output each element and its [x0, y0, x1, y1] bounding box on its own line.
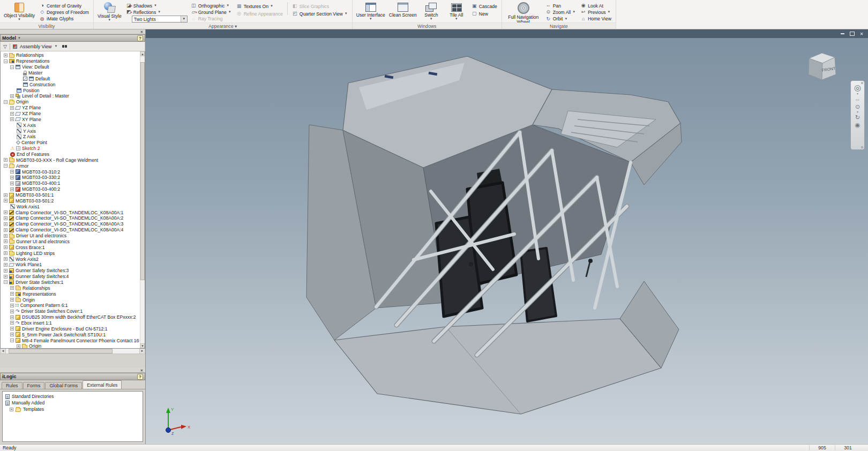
expand-icon[interactable]: +	[4, 54, 8, 57]
chevron-down-icon[interactable]: ▼	[226, 4, 229, 7]
tree-item-position[interactable]: Position	[1, 87, 139, 93]
tree-item-sketch-2[interactable]: ⚠Sketch 2	[1, 146, 139, 152]
tree-item-mgbt03-03-310-2[interactable]: +MGBT03-03-310:2	[1, 169, 139, 175]
home-view-button[interactable]: ⌂Home View	[579, 16, 613, 22]
chevron-down-icon[interactable]: ▼	[369, 18, 372, 20]
tree-item-center-point[interactable]: Center Point	[1, 140, 139, 146]
expand-icon[interactable]: +	[4, 269, 8, 273]
expand-icon[interactable]: +	[10, 112, 14, 116]
checkbox-checked-icon[interactable]: ✓	[23, 77, 27, 81]
scroll-up-icon[interactable]: ▲	[140, 51, 145, 56]
ilogic-item-standard-directories[interactable]: Standard Directories	[3, 393, 143, 400]
chevron-down-icon[interactable]: ▼	[108, 19, 111, 21]
minimize-icon[interactable]	[839, 31, 846, 37]
tree-item-mgbt03-03-501-2[interactable]: +MGBT03-03-501:2	[1, 198, 139, 204]
tree-item-clamp-connector-vi-so-tandemloc-k08a00a-4[interactable]: +Clamp Connector_VI-SO_TANDEMLOC_K08A00A…	[1, 227, 139, 233]
clean-screen-button[interactable]: Clean Screen	[388, 1, 418, 22]
cascade-button[interactable]: ▣Cascade	[470, 3, 499, 10]
expand-icon[interactable]: +	[4, 239, 8, 243]
tree-item-mgbt03-03-400-2[interactable]: +MGBT03-03-400:2	[1, 186, 139, 192]
tree-item-representations[interactable]: −Representations	[1, 58, 139, 64]
tree-item-yz-plane[interactable]: +YZ Plane	[1, 105, 139, 111]
tree-item-armor[interactable]: −Armor	[1, 163, 139, 169]
tree-item-z-axis[interactable]: Z Axis	[1, 134, 139, 140]
tree-item-end-of-features[interactable]: End of Features	[1, 152, 139, 157]
tree-horizontal-scrollbar[interactable]: ◄ ►	[0, 349, 145, 354]
tree-item-clamp-connector-vi-so-tandemloc-k08a00a-2[interactable]: +Clamp Connector_VI-SO_TANDEMLOC_K08A00A…	[1, 215, 139, 221]
cad-model-scene[interactable]: FRONT Y X Z	[146, 38, 868, 444]
tree-item-m8-4-female-panelmount-connector-phoenix-contact-1694376-1[interactable]: −M8-4 Female Panelmount Connector Phoeni…	[1, 337, 139, 343]
navbar-customize-icon[interactable]	[861, 146, 863, 148]
chevron-down-icon[interactable]: ▼	[455, 18, 458, 20]
tree-item-gunner-safety-switches-3[interactable]: +Gunner Safety Switches:3	[1, 268, 139, 274]
tree-item-clamp-connector-vi-so-tandemloc-k08a00a-3[interactable]: +Clamp Connector_VI-SO_TANDEMLOC_K08A00A…	[1, 221, 139, 227]
tree-item-representations[interactable]: +Representations	[1, 291, 139, 297]
close-icon[interactable]: ✕	[858, 31, 865, 37]
chevron-down-icon[interactable]: ▼	[572, 11, 575, 13]
tree-item-5-5mm-power-jack-switchcraft-st10u-1[interactable]: +5_5mm Power Jack Switchcraft ST10U:1	[1, 332, 139, 337]
look-at-button[interactable]: ◉Look At	[579, 3, 613, 9]
expand-icon[interactable]: +	[10, 333, 14, 336]
expand-icon[interactable]: +	[4, 228, 8, 232]
expand-icon[interactable]: +	[4, 257, 8, 261]
tree-item-y-axis[interactable]: Y Axis	[1, 128, 139, 134]
tree-item-lighting-led-strips[interactable]: +Lighting LED strips	[1, 250, 139, 256]
tree-item-x-axis[interactable]: X Axis	[1, 122, 139, 128]
tree-item-gunner-ui-and-electronics[interactable]: +Gunner UI and electronics	[1, 239, 139, 245]
expand-icon[interactable]: +	[10, 286, 14, 290]
restore-icon[interactable]	[848, 31, 856, 37]
tree-item-construction[interactable]: Construction	[1, 81, 139, 87]
model-panel-help-button[interactable]: ?	[137, 35, 143, 41]
chevron-down-icon[interactable]: ▼	[18, 37, 21, 40]
expand-icon[interactable]: +	[10, 106, 14, 110]
expand-icon[interactable]: +	[10, 408, 13, 411]
filter-icon[interactable]: ▽	[3, 44, 7, 49]
expand-icon[interactable]: +	[10, 304, 14, 307]
ilogic-panel-help-button[interactable]: ?	[137, 374, 143, 380]
tab-external-rules[interactable]: External Rules	[83, 380, 122, 389]
pan-icon[interactable]: ⇔	[851, 96, 864, 103]
tree-item-mgbt03-03-501-1[interactable]: +MGBT03-03-501:1	[1, 192, 139, 198]
chevron-down-icon[interactable]: ▼	[228, 11, 231, 13]
chevron-down-icon[interactable]: ▼	[181, 16, 187, 22]
3d-canvas[interactable]: FRONT Y X Z	[146, 38, 868, 444]
expand-icon[interactable]: +	[10, 327, 14, 330]
expand-icon[interactable]: +	[10, 182, 14, 185]
tree-item-origin[interactable]: +Origin	[1, 297, 139, 303]
quarter-section-view-button[interactable]: ◰Quarter Section View▼	[290, 10, 349, 17]
ilogic-panel-titlebar[interactable]: iLogic ?	[0, 373, 145, 380]
tree-item-mgbt03-03-400-1[interactable]: +MGBT03-03-400:1	[1, 181, 139, 186]
tree-item-driver-engine-enclosure-bud-cn-5712-1[interactable]: +Driver Engine Enclosure - Bud CN-5712:1	[1, 326, 139, 332]
chevron-down-icon[interactable]: ▼	[608, 11, 611, 13]
chevron-down-icon[interactable]: ▼	[158, 11, 161, 13]
model-panel-titlebar[interactable]: Model ▼ ?	[0, 34, 145, 42]
scroll-down-icon[interactable]: ▼	[140, 343, 145, 348]
expand-icon[interactable]: +	[10, 292, 14, 296]
scroll-right-icon[interactable]: ►	[139, 349, 145, 354]
scrollbar-thumb[interactable]	[140, 62, 145, 280]
chevron-down-icon[interactable]: ▼	[430, 18, 433, 20]
tree-item-xy-plane[interactable]: +XY Plane	[1, 116, 139, 122]
chevron-down-icon[interactable]: ▼	[154, 4, 157, 7]
tab-forms[interactable]: Forms	[23, 382, 45, 389]
tree-item-component-pattern-6-1[interactable]: +∷Component Pattern 6:1	[1, 303, 139, 309]
tree-item-driver-state-switches-cover-1[interactable]: +↷Driver State Switches Cover:1	[1, 309, 139, 314]
tree-vertical-scrollbar[interactable]: ▲ ▼	[140, 51, 145, 348]
chevron-down-icon[interactable]: ▼	[345, 12, 348, 15]
tree-item-xz-plane[interactable]: +XZ Plane	[1, 111, 139, 117]
tree-item-work-axis1[interactable]: Work Axis1	[1, 204, 139, 209]
switch-button[interactable]: Switch▼	[420, 1, 443, 22]
chevron-down-icon[interactable]: ▼	[18, 18, 21, 21]
shadows-button[interactable]: ◪✕Shadows▼	[124, 3, 188, 9]
expand-icon[interactable]: +	[17, 344, 20, 348]
chevron-down-icon[interactable]: ▼	[564, 18, 567, 20]
expand-icon[interactable]: +	[10, 310, 14, 313]
user-interface-button[interactable]: User Interface▼	[355, 1, 386, 22]
navbar-customize-icon[interactable]	[861, 82, 863, 84]
center-of-gravity-button[interactable]: ◑Center of Gravity	[38, 3, 91, 9]
expand-icon[interactable]: +	[4, 263, 8, 267]
tree-item-level-of-detail-master[interactable]: +Level of Detail : Master	[1, 93, 139, 99]
orbit-button[interactable]: ↻Orbit▼	[544, 16, 577, 22]
chevron-down-icon[interactable]: ▼	[270, 5, 273, 7]
imate-glyphs-button[interactable]: ◍iMate Glyphs	[38, 16, 91, 22]
